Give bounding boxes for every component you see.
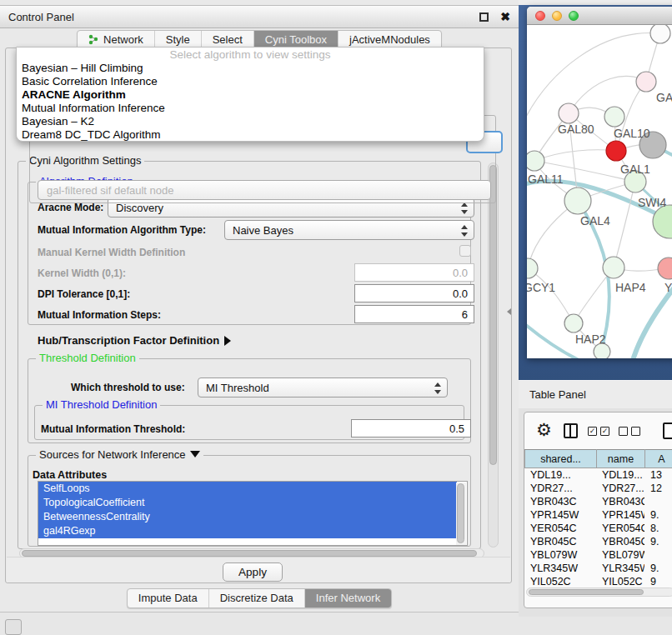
- attributes-scrollbar[interactable]: [456, 482, 466, 545]
- table-panel-inner: ⚙ ✓ ✓ shared... name A: [524, 412, 672, 608]
- network-node-salmon[interactable]: [658, 258, 672, 279]
- cell: YDL19...: [524, 468, 596, 482]
- mi-algorithm-type-label: Mutual Information Algorithm Type:: [38, 224, 206, 236]
- attribute-item-selected[interactable]: gal4RGexp: [38, 524, 457, 538]
- cyni-toolbox-panel: gal-filtered sif default node Select alg…: [5, 48, 512, 583]
- cell: YBL079W: [524, 548, 596, 562]
- table-row[interactable]: YDR27...YDR27...12: [524, 482, 672, 495]
- node-label-gal80: GAL80: [558, 122, 594, 136]
- manual-kernel-width-checkbox[interactable]: [459, 245, 471, 257]
- attribute-item-selected[interactable]: TopologicalCoefficient: [38, 496, 457, 510]
- network-node-gal-partial[interactable]: [636, 72, 656, 92]
- which-threshold-value: MI Threshold: [206, 382, 269, 394]
- table-row[interactable]: YBR045CYBR045C9.: [524, 535, 672, 548]
- checkbox-unchecked-icon[interactable]: [619, 427, 628, 436]
- splitter-handle[interactable]: [507, 308, 511, 315]
- close-panel-icon[interactable]: ✖: [500, 12, 510, 22]
- network-canvas[interactable]: GAL GAL80 GAL10 GAL1 GAL11 SWI4 GAL4 GCY…: [527, 25, 672, 358]
- mi-threshold-definition-title: MI Threshold Definition: [43, 398, 160, 411]
- tab-impute-data[interactable]: Impute Data: [128, 589, 208, 608]
- network-node-partial-top[interactable]: [650, 25, 670, 43]
- apply-button[interactable]: Apply: [223, 562, 283, 582]
- kernel-width-label: Kernel Width (0,1):: [38, 268, 126, 279]
- gear-icon[interactable]: ⚙: [536, 420, 552, 440]
- algorithm-option-selected[interactable]: ARACNE Algorithm: [17, 88, 484, 102]
- attribute-item-selected[interactable]: BetweennessCentrality: [38, 510, 457, 524]
- bottom-tabbar: Impute Data Discretize Data Infer Networ…: [0, 588, 519, 608]
- table-horizontal-scrollbar[interactable]: [526, 588, 672, 597]
- aracne-mode-label: Aracne Mode:: [38, 202, 103, 213]
- settings-vertical-scrollbar[interactable]: [488, 162, 499, 548]
- dpi-tolerance-field[interactable]: 0.0: [354, 284, 474, 302]
- network-node-swi4[interactable]: [653, 205, 672, 238]
- algorithm-option[interactable]: Basic Correlation Inference: [17, 75, 484, 88]
- hub-definition-label: Hub/Transcription Factor Definition: [38, 334, 219, 347]
- network-node-hap2[interactable]: [564, 314, 583, 332]
- column-header-name[interactable]: name: [597, 450, 645, 468]
- tab-jactivemnodules-label: jActiveMNodules: [349, 33, 430, 46]
- checkbox-unchecked-icon[interactable]: [631, 427, 640, 436]
- node-label-gal1: GAL1: [620, 162, 650, 176]
- desktop-top-strip: [519, 0, 672, 5]
- network-view-window: GAL GAL80 GAL10 GAL1 GAL11 SWI4 GAL4 GCY…: [527, 7, 672, 358]
- cell: YIL052C: [524, 575, 596, 585]
- tab-style-label: Style: [166, 33, 190, 46]
- stepper-arrows-icon: [460, 223, 468, 238]
- cell: YBR043C: [596, 495, 644, 508]
- column-header-partial[interactable]: A: [645, 450, 672, 468]
- algorithm-option[interactable]: Bayesian – K2: [17, 115, 484, 128]
- sources-title: Sources for Network Inference: [39, 448, 186, 461]
- table-row[interactable]: YPR145WYPR145W9.: [524, 508, 672, 522]
- algorithm-option[interactable]: Bayesian – Hill Climbing: [17, 62, 484, 75]
- mi-threshold-field[interactable]: 0.5: [351, 419, 471, 438]
- float-panel-icon[interactable]: [479, 12, 489, 22]
- document-icon[interactable]: [663, 422, 672, 439]
- algorithm-option[interactable]: Dream8 DC_TDC Algorithm: [17, 128, 484, 142]
- network-selector-combobox[interactable]: gal-filtered sif default node: [38, 180, 491, 200]
- which-threshold-combobox[interactable]: MI Threshold: [198, 378, 448, 398]
- network-node-gcy1[interactable]: [527, 258, 538, 278]
- attribute-item-selected[interactable]: SelfLoops: [38, 482, 457, 496]
- docked-panel-button[interactable]: [5, 619, 22, 635]
- kernel-width-field[interactable]: 0.0: [354, 263, 474, 282]
- tab-discretize-data[interactable]: Discretize Data: [208, 589, 304, 608]
- mi-steps-label: Mutual Information Steps:: [38, 309, 161, 321]
- node-label-gal4: GAL4: [580, 214, 610, 228]
- network-window-titlebar[interactable]: [527, 7, 672, 25]
- zoom-window-icon[interactable]: [569, 11, 579, 21]
- table-panel-title: Table Panel: [529, 388, 586, 401]
- table-row[interactable]: YBR043CYBR043C: [524, 495, 672, 508]
- network-node-selected-red[interactable]: [606, 141, 626, 161]
- tab-infer-network[interactable]: Infer Network: [304, 589, 391, 608]
- node-label-hap4: HAP4: [615, 281, 646, 294]
- node-table: shared... name A: [524, 449, 672, 468]
- hub-definition-toggle[interactable]: Hub/Transcription Factor Definition: [38, 334, 231, 347]
- minimize-window-icon[interactable]: [552, 11, 562, 21]
- column-header-shared-name[interactable]: shared...: [525, 450, 597, 468]
- cell: 9: [644, 575, 672, 585]
- table-row[interactable]: YBL079WYBL079W: [524, 548, 672, 562]
- checkbox-checked-icon[interactable]: ✓: [588, 427, 597, 436]
- network-node-gal80[interactable]: [559, 103, 579, 123]
- mi-algorithm-type-combobox[interactable]: Naive Bayes: [224, 220, 474, 240]
- checkbox-checked-icon[interactable]: ✓: [600, 427, 609, 436]
- table-panel-body: ⚙ ✓ ✓ shared... name A: [519, 408, 672, 617]
- algorithm-dropdown-popup: Select algorithm to view settings Bayesi…: [16, 47, 484, 142]
- cell: YLR345W: [596, 562, 644, 575]
- disclosure-down-icon: [190, 451, 200, 458]
- network-node-hap4[interactable]: [603, 257, 624, 278]
- table-row[interactable]: YIL052CYIL052C9: [524, 575, 672, 585]
- close-window-icon[interactable]: [535, 11, 545, 21]
- cell: YBR045C: [596, 535, 644, 548]
- network-node-gal4[interactable]: [564, 188, 591, 214]
- columns-icon[interactable]: [564, 423, 578, 438]
- table-row[interactable]: YER054CYER054C8.: [524, 522, 672, 535]
- network-node-gal10[interactable]: [604, 107, 624, 127]
- sources-toggle[interactable]: Sources for Network Inference: [36, 448, 203, 461]
- algorithm-option[interactable]: Mutual Information Inference: [17, 102, 484, 115]
- table-panel-titlebar: Table Panel: [519, 380, 672, 408]
- mi-steps-field[interactable]: 6: [354, 305, 474, 323]
- table-row[interactable]: YLR345WYLR345W9.: [524, 562, 672, 575]
- table-row[interactable]: YDL19...YDL19...13: [524, 468, 672, 482]
- network-node-gal11[interactable]: [527, 151, 544, 171]
